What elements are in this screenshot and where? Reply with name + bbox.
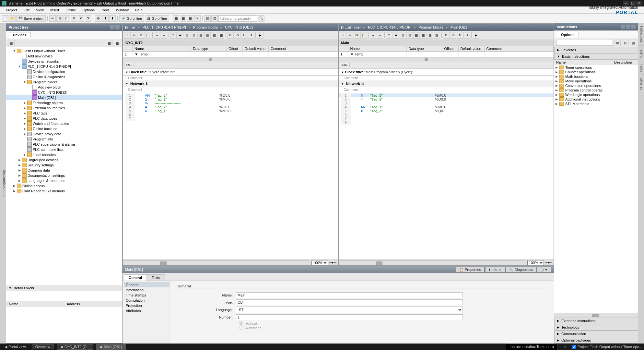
stl-line[interactable]: 2="Tag_2"%Q0.0 — [339, 97, 554, 101]
tree-tool-3[interactable]: ▦ — [114, 40, 120, 46]
options-tab[interactable]: Options — [557, 32, 579, 37]
tree-item[interactable]: ▶Documentation settings — [6, 173, 122, 178]
instr-col-name[interactable]: Name — [554, 60, 612, 65]
stl-line[interactable]: 6 — [339, 113, 554, 117]
paste-icon[interactable]: 📋 — [64, 15, 70, 22]
tree-item[interactable]: ▶Card Reader/USB memory — [6, 188, 122, 194]
editor1-code[interactable]: 1AN"Tag_2"%Q0.02S"Tag_1"%M0.03//--------… — [123, 92, 338, 259]
ed-tool-icon[interactable]: ⟲ — [234, 32, 240, 39]
crumb[interactable]: Program blocks — [417, 25, 444, 29]
tree-item[interactable]: Add new device — [6, 54, 122, 59]
tab-properties[interactable]: 📋 Properties — [456, 267, 485, 272]
menu-tools[interactable]: Tools — [98, 8, 113, 12]
tree-tool-2[interactable]: ▦ — [106, 40, 112, 46]
tree-item[interactable]: ▶Technology objects — [6, 100, 122, 105]
ed-tool-icon[interactable]: ✂ — [131, 32, 137, 39]
editor1-grid-row[interactable]: 1 ▼ Temp — [123, 52, 338, 57]
instruction-item[interactable]: ▶Move operations — [554, 79, 638, 83]
ed-tool-icon[interactable]: ≣ — [177, 32, 183, 39]
acc-favorites[interactable]: ▶Favorites — [554, 47, 638, 53]
acc-technology[interactable]: ▶Technology — [554, 324, 638, 331]
tree-item[interactable]: Online & diagnostics — [6, 74, 122, 79]
instr-btn[interactable] — [631, 25, 636, 29]
crumb[interactable]: PLC_1 [CPU 414-3 PN/DP] — [367, 25, 413, 29]
editor2-block-title[interactable]: ▼ Block title: "Main Program Sweep (Cycl… — [339, 68, 554, 76]
tree-item[interactable]: ▼Program blocks — [6, 79, 122, 85]
ed-tool-icon[interactable]: ⊞ — [184, 32, 190, 39]
status-expand-icon[interactable]: ⤢ — [561, 345, 569, 349]
stl-line[interactable]: 5R"Tag_1"%M0.0 — [123, 109, 338, 113]
ed-tool-icon[interactable]: ⧉ — [138, 32, 144, 39]
menu-project[interactable]: Project — [3, 8, 20, 12]
stl-line[interactable]: 4A"Tag_2"%Q0.0 — [123, 105, 338, 109]
ed-tool-icon[interactable]: ⊞ — [400, 32, 406, 39]
ed-tool-icon[interactable]: ▦ — [434, 32, 440, 39]
crumb[interactable]: ...er — [128, 25, 137, 29]
panel-btn-1[interactable] — [110, 25, 114, 30]
ed-tool-icon[interactable]: ⧉ — [354, 32, 360, 39]
nav-information[interactable]: Information — [124, 287, 170, 293]
ed-tool-icon[interactable]: ⊟ — [406, 32, 413, 39]
editor2-code[interactable]: 1A"Tag_1"%M0.02="Tag_2"%Q0.034AN"Tag_1"%… — [339, 92, 554, 259]
crumb[interactable]: Main [OB1] — [449, 25, 470, 29]
editor1-net-comment[interactable]: Comment — [123, 87, 338, 92]
ed-tool-icon[interactable]: ≡ — [386, 32, 392, 39]
search-go-icon[interactable]: 🔍 — [258, 15, 264, 22]
tree-item[interactable]: ▶Online backups — [6, 126, 122, 131]
call-badge[interactable]: CALL — [124, 63, 134, 67]
stl-line[interactable]: 5="Tag_3"%Q0.1 — [339, 109, 554, 113]
tab-diagnostics[interactable]: 🔧 Diagnostics — [506, 267, 536, 272]
acc-communication[interactable]: ▶Communication — [554, 331, 638, 337]
portal-view-button[interactable]: ◀ Portal view — [2, 345, 29, 349]
editor1-block-title[interactable]: ▼ Block title: "Cyclic Interrupt" — [123, 68, 338, 76]
stl-line[interactable]: 2S"Tag_1"%M0.0 — [123, 97, 338, 101]
tree-item[interactable]: ▶External source files — [6, 105, 122, 111]
tb-icon-4[interactable]: ✕ — [194, 15, 201, 22]
tree-item[interactable]: ▶Languages & resources — [6, 178, 122, 183]
tree-item[interactable]: PLC supervisions & alarms — [6, 142, 122, 147]
tree-item[interactable]: ▶PLC tags — [6, 111, 122, 116]
side-tab-libraries[interactable]: Libraries — [638, 75, 644, 93]
copy-icon[interactable]: ⧉ — [56, 15, 63, 22]
redo-icon[interactable]: ↷ — [85, 15, 91, 22]
editor2-hscroll2[interactable] — [339, 260, 525, 265]
upload-icon[interactable]: ⬆ — [109, 15, 116, 22]
nav-general[interactable]: General — [124, 282, 170, 287]
zoom-select[interactable]: 100% — [527, 260, 544, 265]
tb-icon-6[interactable]: ▥ — [211, 15, 218, 22]
tree-item[interactable]: ▶Security settings — [6, 163, 122, 168]
left-side-tab[interactable]: PLC programming — [0, 23, 6, 344]
tree-item[interactable]: Devices & networks — [6, 59, 122, 64]
stl-line[interactable]: 1AN"Tag_2"%Q0.0 — [123, 93, 338, 97]
acc-extended[interactable]: ▶Extended instructions — [554, 318, 638, 324]
name-field[interactable] — [236, 292, 463, 298]
stl-line[interactable]: 7 — [339, 117, 554, 121]
panel-btn-2[interactable] — [115, 25, 120, 30]
ed-tool-icon[interactable]: → — [154, 32, 160, 39]
language-select[interactable]: STL — [236, 307, 463, 313]
tb-icon-3[interactable]: ▦ — [187, 15, 193, 22]
ed-tool-icon[interactable]: ⟲ — [450, 32, 456, 39]
instruction-item[interactable]: ▶Additional instructions — [554, 97, 638, 102]
crumb[interactable]: PLC_1 [CPU 414-3 PN/DP] — [141, 25, 187, 29]
instr-hscroll[interactable] — [554, 313, 638, 318]
save-button[interactable]: 💾 Save project — [16, 15, 46, 22]
menu-view[interactable]: View — [33, 8, 47, 12]
ed-tool-icon[interactable]: ↺ — [463, 32, 470, 39]
undo-icon[interactable]: ↶ — [78, 15, 84, 22]
acc-optional[interactable]: ▶Optional packages — [554, 337, 638, 344]
devices-tab[interactable]: Devices — [9, 32, 31, 38]
stl-line[interactable]: 3 — [339, 101, 554, 105]
new-icon[interactable]: 📄 — [2, 15, 8, 22]
details-col-name[interactable]: Name — [6, 301, 64, 307]
side-tab-tasks[interactable]: Tasks — [638, 61, 644, 75]
ed-tool-icon[interactable]: ↺ — [248, 32, 254, 39]
editor1-network-head[interactable]: ▼ Network 1: — [123, 80, 338, 87]
crumb[interactable]: CYC_INT2 [OB32] — [224, 25, 255, 29]
editor2-net-comment[interactable]: Comment — [339, 87, 554, 92]
ed-tool-icon[interactable]: ▦ — [211, 32, 217, 39]
download-icon[interactable]: ⬇ — [102, 15, 109, 22]
compile-icon[interactable]: ⚙ — [95, 15, 101, 22]
ed-tool-icon[interactable]: ← — [377, 32, 383, 39]
editor1-hscroll[interactable] — [123, 57, 338, 62]
